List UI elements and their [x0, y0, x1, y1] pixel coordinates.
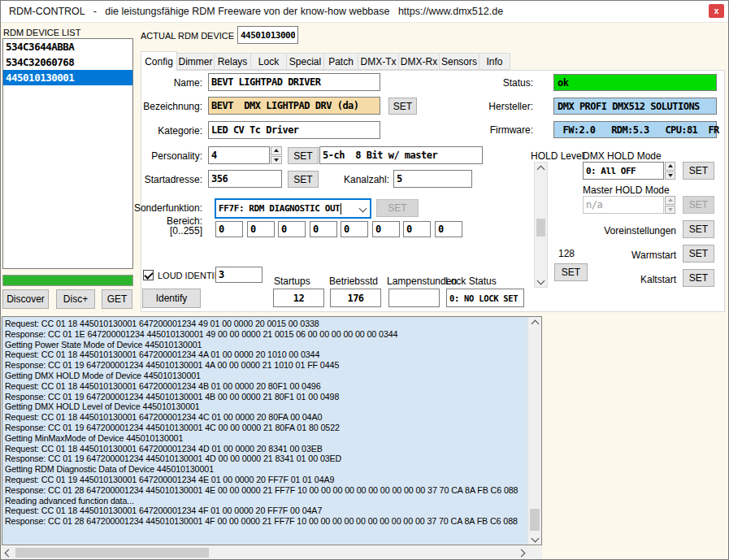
kategorie-field[interactable] — [208, 121, 380, 139]
tab-dmx-tx[interactable]: DMX-Tx — [358, 53, 399, 70]
loud-identify-field[interactable] — [215, 267, 263, 283]
device-list-item[interactable]: 534C32060768 — [3, 54, 132, 70]
spinner-up-icon[interactable] — [665, 162, 675, 171]
bereich-input-3[interactable] — [278, 221, 306, 237]
scroll-right-icon[interactable] — [514, 546, 527, 559]
app-window: RDM-CONTROL - die leistungsfähige RDM Fr… — [0, 0, 729, 560]
firmware-value: FW:2.0 RDM:5.3 CPU:81 FR — [553, 121, 717, 138]
spinner-down-icon[interactable] — [665, 171, 675, 180]
warmstart-label: Warmstart — [553, 250, 676, 261]
close-button[interactable]: x — [709, 4, 724, 18]
actual-device-label: ACTUAL RDM DEVICE — [141, 31, 234, 41]
kanalzahl-field — [393, 170, 472, 188]
identify-button[interactable]: Identify — [142, 289, 201, 308]
log-line: Request: CC 01 18 445010130001 647200001… — [5, 506, 526, 516]
title-bar: RDM-CONTROL - die leistungsfähige RDM Fr… — [1, 1, 728, 23]
bereich-input-4[interactable] — [310, 221, 337, 237]
get-button[interactable]: GET — [102, 289, 132, 309]
dmx-hold-mode-spinner[interactable] — [665, 162, 675, 180]
personality-description-field — [319, 146, 483, 164]
tab-relays[interactable]: Relays — [214, 53, 251, 70]
device-list-label: RDM DEVICE LIST — [3, 28, 80, 37]
hold-level-label: HOLD Level — [531, 150, 584, 162]
device-list-item[interactable]: 534C3644ABBA — [3, 39, 132, 54]
log-vscrollbar-thumb[interactable] — [530, 509, 540, 531]
tab-dimmer[interactable]: Dimmer — [176, 53, 215, 70]
kanalzahl-label: Kanalzahl: — [308, 174, 389, 185]
disc-plus-button[interactable]: Disc+ — [56, 289, 95, 309]
name-field[interactable] — [208, 73, 380, 91]
personality-spinner[interactable] — [271, 146, 282, 164]
log-line: Reading advanced function data... — [5, 496, 526, 506]
text-cursor — [341, 203, 341, 215]
bezeichnung-field[interactable] — [208, 97, 380, 115]
scroll-left-icon[interactable] — [2, 546, 15, 559]
log-line: Response: CC 01 19 647200001234 44501013… — [5, 392, 526, 402]
bereich-input-5[interactable] — [341, 221, 368, 237]
log-line: Getting DMX HOLD Mode of Device 44501013… — [5, 371, 526, 381]
loud-identify-checkbox[interactable] — [143, 270, 154, 280]
log-line: Request: CC 01 18 445010130001 647200001… — [5, 319, 526, 329]
log-line: Response: CC 01 28 647200001234 44501013… — [5, 485, 526, 496]
log-vertical-scrollbar[interactable] — [527, 317, 541, 545]
set-voreinstellungen-button[interactable]: SET — [683, 220, 714, 238]
sonderfunktion-value: FF7F: RDM DIAGNOSTIC OUT — [216, 203, 340, 214]
spinner-up-icon[interactable] — [271, 146, 282, 155]
bereich-input-2[interactable] — [247, 221, 275, 237]
bereich-input-1[interactable] — [215, 221, 243, 237]
device-list[interactable]: 534C3644ABBA 534C32060768 445010130001 — [2, 38, 133, 269]
scroll-down-icon[interactable] — [528, 532, 541, 545]
tab-special[interactable]: Special — [286, 53, 324, 70]
log-hscrollbar-thumb[interactable] — [15, 548, 209, 558]
tab-sensors[interactable]: Sensors — [439, 53, 479, 70]
tab-lock[interactable]: Lock — [250, 53, 287, 70]
set-warmstart-button[interactable]: SET — [683, 245, 714, 263]
scroll-down-icon[interactable] — [535, 274, 547, 287]
device-list-item-selected[interactable]: 445010130001 — [3, 70, 132, 85]
set-bezeichnung-button[interactable]: SET — [388, 98, 417, 115]
sonderfunktion-dropdown[interactable]: FF7F: RDM DIAGNOSTIC OUT — [215, 198, 371, 219]
log-lines: Request: CC 01 18 445010130001 647200001… — [5, 319, 526, 543]
log-line: Response: CC 01 19 647200001234 44501013… — [5, 360, 526, 371]
startadresse-field[interactable] — [208, 170, 282, 188]
hold-level-scrollbar-thumb[interactable] — [536, 219, 545, 237]
set-kaltstart-button[interactable]: SET — [683, 269, 714, 287]
log-output[interactable]: Request: CC 01 18 445010130001 647200001… — [2, 316, 542, 545]
log-line: Getting DMX HOLD Level of Device 4450101… — [5, 402, 526, 412]
tab-patch[interactable]: Patch — [323, 53, 358, 70]
log-line: Request: CC 01 19 445010130001 647200001… — [5, 475, 526, 485]
firmware-label: Firmware: — [452, 124, 533, 136]
bereich-input-6[interactable] — [372, 221, 400, 237]
kategorie-label: Kategorie: — [121, 125, 202, 137]
spinner-down-icon — [665, 206, 675, 215]
spinner-down-icon[interactable] — [271, 156, 282, 165]
set-dmx-hold-button[interactable]: SET — [683, 162, 714, 180]
bereich-input-8[interactable] — [435, 221, 462, 237]
log-line: Request: CC 01 18 445010130001 647200001… — [5, 349, 526, 360]
master-hold-mode-label: Master HOLD Mode — [583, 184, 670, 196]
dmx-hold-mode-label: DMX HOLD Mode — [583, 150, 662, 162]
master-hold-mode-spinner — [665, 196, 675, 214]
chevron-down-icon[interactable] — [356, 206, 370, 211]
log-line: Request: CC 01 18 445010130001 647200001… — [5, 412, 526, 423]
scroll-up-icon[interactable] — [528, 317, 541, 330]
lock-status-label: Lock Status — [445, 276, 497, 287]
personality-label: Personality: — [121, 150, 202, 162]
set-personality-button[interactable]: SET — [288, 147, 319, 164]
tab-dmx-rx[interactable]: DMX-Rx — [398, 53, 440, 70]
tab-config[interactable]: Config — [141, 51, 177, 71]
tab-info[interactable]: Info — [479, 53, 510, 70]
personality-field[interactable] — [208, 146, 270, 164]
discover-button[interactable]: Discover — [2, 289, 49, 309]
log-line: Request: CC 01 18 445010130001 647200001… — [5, 381, 526, 392]
dmx-hold-mode-field[interactable] — [583, 162, 664, 180]
hersteller-label: Hersteller: — [452, 101, 533, 112]
log-horizontal-scrollbar[interactable] — [2, 546, 527, 559]
startups-value — [273, 289, 324, 307]
hold-level-scrollbar[interactable] — [534, 162, 548, 288]
log-line: Getting Power State Mode of Device 44501… — [5, 340, 526, 350]
bereich-input-7[interactable] — [403, 221, 431, 237]
status-label: Status: — [452, 77, 533, 89]
scroll-up-icon[interactable] — [535, 163, 547, 176]
bereich-label: Bereich:[0..255] — [121, 216, 202, 236]
